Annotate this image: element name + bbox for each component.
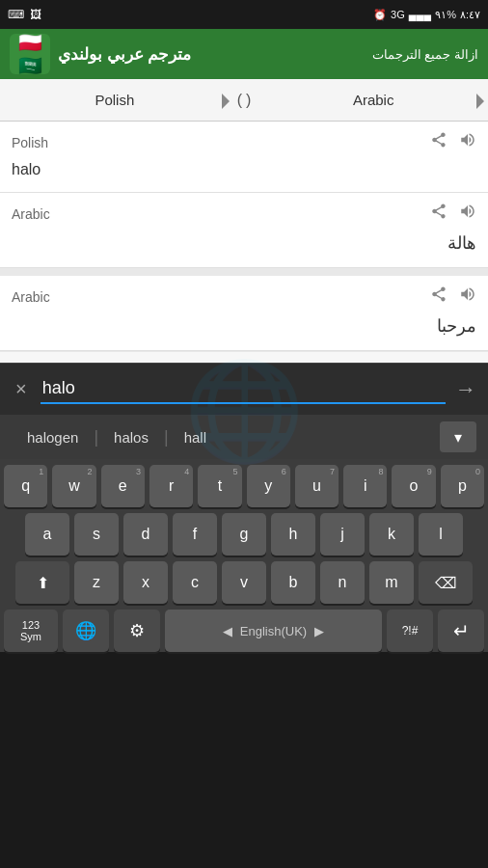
swap-arrows[interactable]: ( ) [230, 92, 259, 109]
keyboard-bottom-row: 123Sym 🌐 ⚙ ◀ English(UK) ▶ ?!# ↵ [4, 610, 484, 652]
key-n[interactable]: n [320, 561, 365, 604]
sound-icon-arabic-2[interactable] [459, 285, 476, 308]
delete-key[interactable]: ⌫ [419, 561, 473, 604]
share-icon-polish[interactable] [430, 131, 447, 153]
search-bar: × → [0, 363, 488, 415]
search-input-wrap [41, 374, 446, 404]
key-l[interactable]: l [419, 513, 463, 556]
key-y[interactable]: 6y [247, 465, 290, 507]
keyboard-row-3: ⬆ z x c v b n m ⌫ [4, 561, 484, 604]
language-bar: Polish ( ) Arabic [0, 79, 488, 122]
key-h[interactable]: h [271, 513, 315, 556]
key-u[interactable]: 7u [295, 465, 339, 507]
key-z[interactable]: z [74, 561, 119, 604]
signal-bars: ▄▄▄ [409, 9, 431, 20]
keyboard: 1q 2w 3e 4r 5t 6y 7u 8i 9o 0p a s d f g … [0, 459, 488, 652]
status-right: ⏰ 3G ▄▄▄ ٩١% ٨:٤٧ [373, 9, 480, 21]
target-language[interactable]: Arabic [258, 82, 488, 118]
translation-card-polish: Polish halo [0, 122, 488, 193]
arabic-text-1: هالة [12, 229, 476, 258]
key-o[interactable]: 9o [392, 465, 435, 507]
key-c[interactable]: c [173, 561, 217, 604]
status-left: ⌨ 🖼 [8, 8, 41, 21]
key-i[interactable]: 8i [343, 465, 387, 507]
key-e[interactable]: 3e [101, 465, 145, 507]
keyboard-lang-label: English(UK) [240, 624, 307, 638]
keyboard-row-1: 1q 2w 3e 4r 5t 6y 7u 8i 9o 0p [4, 465, 484, 507]
share-icon-arabic-1[interactable] [430, 203, 447, 225]
key-t[interactable]: 5t [198, 465, 241, 507]
app-header: 🇵🇱🇸🇦 مترجم عربي بولندي ازالة جميع الترجم… [0, 29, 488, 79]
photo-icon: 🖼 [30, 8, 41, 21]
app-title: مترجم عربي بولندي [58, 44, 191, 65]
key-g[interactable]: g [222, 513, 266, 556]
lang-right-arrow: ▶ [314, 624, 324, 638]
space-key[interactable]: ◀ English(UK) ▶ [165, 610, 382, 652]
card-lang-arabic-2: Arabic [12, 289, 50, 305]
card-header-polish: Polish [12, 131, 476, 153]
key-q[interactable]: 1q [4, 465, 47, 507]
suggestion-2[interactable]: halos [98, 429, 164, 446]
go-button[interactable]: → [455, 377, 476, 402]
app-icon: 🇵🇱🇸🇦 [10, 34, 50, 74]
search-input[interactable] [41, 374, 446, 402]
shift-key[interactable]: ⬆ [15, 561, 69, 604]
source-language[interactable]: Polish [0, 82, 230, 118]
alarm-icon: ⏰ [373, 9, 387, 21]
key-v[interactable]: v [222, 561, 266, 604]
flag-icon: 🇵🇱🇸🇦 [18, 31, 42, 77]
card-lang-polish: Polish [12, 135, 48, 150]
special-key[interactable]: ?!# [387, 610, 433, 652]
key-w[interactable]: 2w [52, 465, 95, 507]
arabic-text-2: مرحبا [12, 312, 476, 340]
settings-key[interactable]: ⚙ [114, 610, 160, 652]
suggestion-3[interactable]: hall [169, 429, 222, 446]
key-b[interactable]: b [271, 561, 315, 604]
card-lang-arabic-1: Arabic [12, 206, 50, 222]
card-header-arabic-2: Arabic [12, 285, 476, 308]
arrow-right-icon: ) [246, 92, 251, 109]
translation-card-arabic-1: Arabic هالة [0, 193, 488, 268]
lang-left-arrow: ◀ [223, 624, 232, 638]
key-m[interactable]: m [369, 561, 414, 604]
sound-icon-arabic-1[interactable] [459, 203, 476, 225]
network-3g: 3G [391, 9, 405, 20]
expand-suggestions-button[interactable]: ▾ [440, 421, 476, 452]
card-actions-arabic-1 [430, 203, 476, 225]
arrow-left-icon: ( [237, 92, 242, 109]
key-j[interactable]: j [320, 513, 365, 556]
key-s[interactable]: s [74, 513, 119, 556]
partial-card-indicator [0, 351, 488, 363]
chevron-down-icon: ▾ [454, 428, 462, 447]
share-icon-arabic-2[interactable] [430, 285, 447, 308]
card-header-arabic-1: Arabic [12, 203, 476, 225]
clear-search-button[interactable]: × [12, 374, 31, 404]
key-a[interactable]: a [25, 513, 69, 556]
card-actions-polish [430, 131, 476, 153]
keyboard-row-2: a s d f g h j k l [4, 513, 484, 556]
key-f[interactable]: f [173, 513, 217, 556]
clock: ٨:٤٧ [460, 9, 480, 21]
translation-card-arabic-2: Arabic مرحبا [0, 268, 488, 351]
suggestions-bar: halogen | halos | hall ▾ [0, 415, 488, 459]
key-d[interactable]: d [123, 513, 168, 556]
enter-key[interactable]: ↵ [438, 610, 484, 652]
polish-text: halo [12, 157, 476, 182]
clear-all-button[interactable]: ازالة جميع الترجمات [372, 47, 478, 62]
keyboard-icon: ⌨ [8, 8, 24, 21]
battery-level: ٩١% [435, 9, 456, 21]
globe-key[interactable]: 🌐 [63, 610, 109, 652]
key-r[interactable]: 4r [149, 465, 193, 507]
key-p[interactable]: 0p [441, 465, 484, 507]
key-k[interactable]: k [369, 513, 414, 556]
header-left: 🇵🇱🇸🇦 مترجم عربي بولندي [10, 34, 191, 74]
num-sym-key[interactable]: 123Sym [4, 610, 58, 652]
suggestion-1[interactable]: halogen [12, 429, 94, 446]
card-actions-arabic-2 [430, 285, 476, 308]
key-x[interactable]: x [123, 561, 168, 604]
sound-icon-polish[interactable] [459, 131, 476, 153]
translation-area: 🌐 Polish halo Arabic هالة Arabic [0, 122, 488, 363]
status-bar: ⌨ 🖼 ⏰ 3G ▄▄▄ ٩١% ٨:٤٧ [0, 0, 488, 29]
